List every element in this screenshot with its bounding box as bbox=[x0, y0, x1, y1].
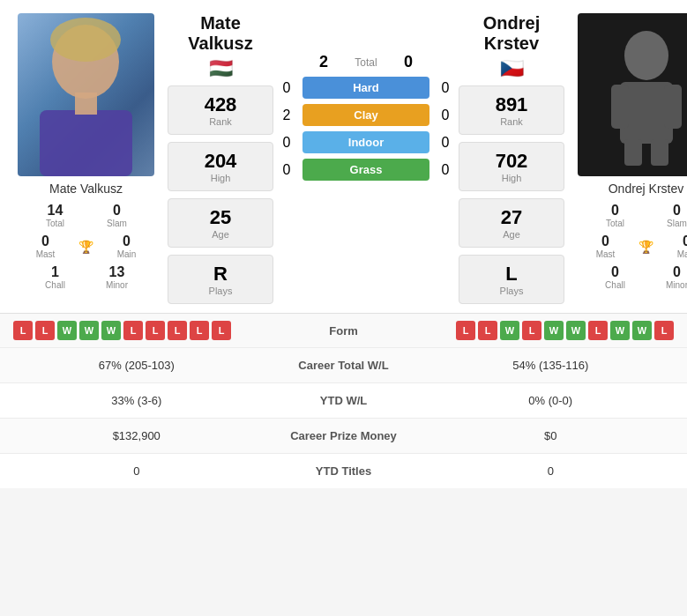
total-label: Total bbox=[340, 56, 392, 69]
grass-score-p2: 0 bbox=[437, 162, 454, 178]
total-score-p1: 2 bbox=[315, 53, 332, 71]
player1-photo bbox=[18, 13, 154, 176]
form-badge-l: L bbox=[212, 321, 231, 340]
player2-stats-grid: 0 Total 0 Slam 0 Mast 🏆 0 Main bbox=[569, 201, 687, 292]
player2-rank-box: 891 Rank bbox=[459, 85, 564, 135]
player2-high-value: 702 bbox=[477, 150, 546, 173]
player2-main-value: 0 bbox=[683, 234, 687, 249]
form-badge-w: W bbox=[632, 321, 652, 340]
player1-chall-label: Chall bbox=[45, 280, 65, 290]
player2-prize: $0 bbox=[432, 429, 670, 442]
player2-high-box: 702 High bbox=[459, 142, 564, 191]
player1-name-label: Mate Valkusz bbox=[49, 182, 123, 196]
form-badge-l: L bbox=[478, 321, 497, 340]
form-badge-l: L bbox=[522, 321, 541, 340]
player2-main-stat: 0 Main bbox=[657, 232, 688, 261]
player2-card: Ondrej Krstev 0 Total 0 Slam 0 Mast 🏆 bbox=[569, 13, 687, 304]
player1-name-big: Mate Valkusz bbox=[168, 13, 273, 54]
player2-total-stat: 0 Total bbox=[586, 201, 646, 230]
form-badge-w: W bbox=[566, 321, 586, 340]
player1-mast-label: Mast bbox=[36, 249, 56, 259]
player1-main-label: Main bbox=[117, 249, 137, 259]
player2-main-label: Main bbox=[677, 249, 687, 259]
player2-total-label: Total bbox=[606, 219, 624, 228]
player1-slam-value: 0 bbox=[113, 203, 121, 219]
player2-photo bbox=[578, 13, 687, 176]
player2-chall-value: 0 bbox=[611, 264, 619, 280]
svg-rect-3 bbox=[75, 93, 97, 115]
player2-plays-value: L bbox=[477, 263, 546, 286]
player2-age-value: 27 bbox=[477, 206, 546, 229]
titles-label: YTD Titles bbox=[256, 464, 432, 478]
player2-mast-stat: 0 Mast bbox=[576, 232, 636, 261]
player2-ytd-wl: 0% (0-0) bbox=[432, 394, 670, 407]
player1-rank-box: 428 Rank bbox=[168, 85, 273, 135]
player2-total-value: 0 bbox=[611, 203, 619, 219]
player1-age-value: 25 bbox=[186, 206, 255, 229]
player2-mast-label: Mast bbox=[596, 249, 616, 259]
prize-row: $132,900 Career Prize Money $0 bbox=[0, 418, 687, 453]
form-badge-l: L bbox=[146, 321, 165, 340]
player1-rank-value: 428 bbox=[186, 93, 255, 116]
player2-mast-value: 0 bbox=[601, 234, 609, 249]
player1-total-value: 14 bbox=[48, 203, 63, 219]
total-score-p2: 0 bbox=[400, 53, 417, 71]
player1-rank-label: Rank bbox=[186, 116, 255, 127]
player2-age-label: Age bbox=[477, 229, 546, 240]
player2-career-wl: 54% (135-116) bbox=[432, 359, 670, 372]
player1-flag: 🇭🇺 bbox=[209, 57, 233, 80]
player1-main-stat: 0 Main bbox=[97, 232, 157, 261]
svg-point-4 bbox=[624, 31, 668, 80]
hard-score-p1: 0 bbox=[278, 80, 295, 96]
player2-flag: 🇨🇿 bbox=[500, 57, 524, 80]
player1-titles: 0 bbox=[18, 464, 256, 478]
indoor-score-p1: 0 bbox=[278, 135, 295, 151]
svg-point-1 bbox=[50, 18, 121, 62]
player1-total-label: Total bbox=[46, 219, 64, 228]
player1-age-label: Age bbox=[186, 229, 255, 240]
player1-plays-box: R Plays bbox=[168, 255, 273, 304]
player1-slam-label: Slam bbox=[107, 219, 127, 228]
form-badge-l: L bbox=[190, 321, 209, 340]
player2-slam-value: 0 bbox=[673, 203, 681, 219]
form-badge-l: L bbox=[168, 321, 187, 340]
player1-ytd-wl: 33% (3-6) bbox=[18, 394, 256, 407]
player1-trophy-icon: 🏆 bbox=[78, 240, 93, 254]
form-badge-l: L bbox=[654, 321, 674, 340]
player1-slam-stat: 0 Slam bbox=[87, 201, 147, 230]
form-badge-l: L bbox=[588, 321, 608, 340]
player2-age-box: 27 Age bbox=[459, 198, 564, 248]
player1-minor-label: Minor bbox=[106, 280, 128, 290]
player2-name-label: Ondrej Krstev bbox=[609, 182, 684, 196]
form-badge-w: W bbox=[101, 321, 121, 340]
player2-minor-label: Minor bbox=[666, 280, 687, 290]
form-badge-w: W bbox=[610, 321, 630, 340]
clay-score-p1: 2 bbox=[278, 108, 295, 123]
form-badge-l: L bbox=[456, 321, 475, 340]
player2-slam-stat: 0 Slam bbox=[647, 201, 688, 230]
player2-chall-stat: 0 Chall bbox=[586, 263, 646, 292]
grass-badge: Grass bbox=[302, 159, 429, 181]
player1-form-badges: LLWWWLLLLL bbox=[13, 321, 287, 340]
svg-rect-8 bbox=[624, 139, 642, 166]
main-container: Mate Valkusz 14 Total 0 Slam 0 Mast 🏆 bbox=[0, 0, 687, 488]
player2-minor-stat: 0 Minor bbox=[647, 263, 688, 292]
clay-row: 2 Clay 0 bbox=[278, 104, 454, 126]
form-badge-l: L bbox=[123, 321, 143, 340]
player1-chall-value: 1 bbox=[51, 264, 59, 280]
player2-middle-panel: Ondrej Krstev 🇨🇿 891 Rank 702 High 27 Ag… bbox=[454, 13, 569, 304]
player2-slam-label: Slam bbox=[667, 219, 687, 228]
player1-high-box: 204 High bbox=[168, 142, 273, 191]
ytd-wl-row: 33% (3-6) YTD W/L 0% (0-0) bbox=[0, 382, 687, 418]
form-section: LLWWWLLLLL Form LLWLWWLWWL bbox=[0, 313, 687, 347]
indoor-row: 0 Indoor 0 bbox=[278, 131, 454, 153]
player1-prize: $132,900 bbox=[18, 429, 256, 442]
player1-chall-stat: 1 Chall bbox=[26, 263, 86, 292]
player2-form-badges: LLWLWWLWWL bbox=[400, 321, 675, 340]
clay-badge: Clay bbox=[302, 104, 429, 126]
svg-rect-2 bbox=[40, 110, 132, 176]
player1-mast-stat: 0 Mast bbox=[16, 232, 76, 261]
form-badge-w: W bbox=[544, 321, 564, 340]
player1-middle-panel: Mate Valkusz 🇭🇺 428 Rank 204 High 25 Age… bbox=[163, 13, 278, 304]
form-label: Form bbox=[291, 324, 397, 338]
